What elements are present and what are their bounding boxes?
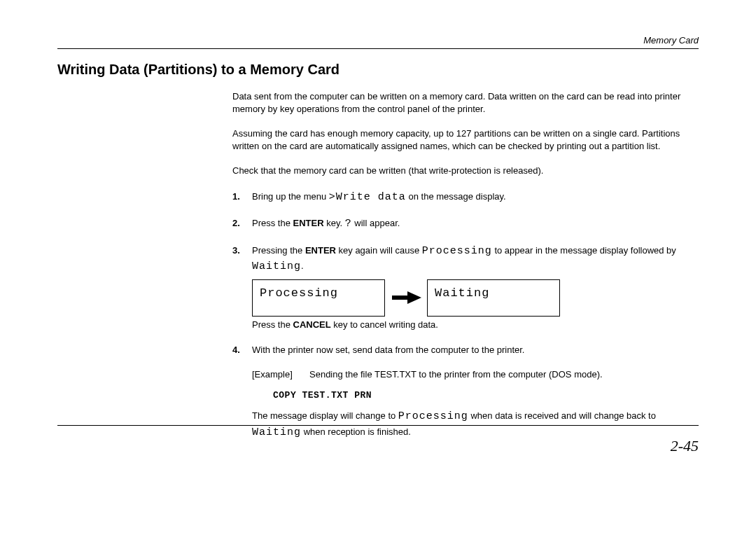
step-body: Press the ENTER key. ? will appear. xyxy=(252,216,699,232)
page-title: Writing Data (Partitions) to a Memory Ca… xyxy=(57,62,699,78)
step-number: 2. xyxy=(232,216,252,232)
arrow-icon xyxy=(385,291,427,304)
step-2: 2. Press the ENTER key. ? will appear. xyxy=(232,216,699,232)
step-text: when data is received and will change ba… xyxy=(468,410,656,421)
lcd-text: Processing xyxy=(398,410,468,422)
lcd-display-box: Waiting xyxy=(427,279,560,317)
body-content: Data sent from the computer can be writt… xyxy=(232,90,699,440)
example-text: Sending the file TEST.TXT to the printer… xyxy=(309,368,603,382)
step-text: Press the xyxy=(252,319,293,330)
step-text: Press the xyxy=(252,218,293,228)
intro-paragraph-3: Check that the memory card can be writte… xyxy=(232,165,699,177)
key-label: ENTER xyxy=(305,245,336,256)
key-label: ENTER xyxy=(293,218,324,228)
step-body: Bring up the menu >Write data on the mes… xyxy=(252,190,699,206)
step-text: to appear in the message display followe… xyxy=(492,245,676,256)
lcd-text: >Write data xyxy=(329,191,406,203)
step-body: Pressing the ENTER key again will cause … xyxy=(252,244,699,332)
lcd-text: Waiting xyxy=(252,426,301,438)
step-text: when reception is finished. xyxy=(301,426,411,437)
intro-paragraph-2: Assuming the card has enough memory capa… xyxy=(232,127,699,152)
key-label: CANCEL xyxy=(293,319,331,330)
step-number: 4. xyxy=(232,343,252,441)
step-number: 3. xyxy=(232,244,252,332)
step-body: With the printer now set, send data from… xyxy=(252,343,699,441)
header-section-label: Memory Card xyxy=(57,35,699,46)
lcd-display-box: Processing xyxy=(252,279,385,317)
command-line: COPY TEST.TXT PRN xyxy=(273,389,699,403)
step-text: . xyxy=(301,260,304,271)
footer-rule xyxy=(57,425,699,426)
lcd-display-row: Processing Waiting xyxy=(252,279,699,317)
step-number: 1. xyxy=(232,190,252,206)
lcd-text: ? xyxy=(345,218,352,230)
lcd-text: Waiting xyxy=(252,260,301,272)
step-text: key again will cause xyxy=(336,245,422,256)
step-text: will appear. xyxy=(352,218,400,228)
steps-list: 1. Bring up the menu >Write data on the … xyxy=(232,190,699,441)
header-rule xyxy=(57,48,699,49)
cancel-note: Press the CANCEL key to cancel writing d… xyxy=(252,318,699,332)
step-text: on the message display. xyxy=(406,191,506,202)
step-text: With the printer now set, send data from… xyxy=(252,343,699,357)
svg-marker-1 xyxy=(407,291,421,304)
document-page: Memory Card Writing Data (Partitions) to… xyxy=(0,0,756,472)
step-text: The message display will change to xyxy=(252,410,398,421)
intro-paragraph-1: Data sent from the computer can be writt… xyxy=(232,90,699,115)
step-1: 1. Bring up the menu >Write data on the … xyxy=(232,190,699,206)
example-row: [Example] Sending the file TEST.TXT to t… xyxy=(252,368,699,382)
step-text: key. xyxy=(324,218,345,228)
step-text: Pressing the xyxy=(252,245,305,256)
example-label: [Example] xyxy=(252,368,309,382)
step-4: 4. With the printer now set, send data f… xyxy=(232,343,699,441)
svg-rect-0 xyxy=(392,296,409,300)
page-number: 2-45 xyxy=(671,437,699,455)
step-text: Bring up the menu xyxy=(252,191,329,202)
lcd-display-text: Processing xyxy=(260,286,338,300)
step-text: key to cancel writing data. xyxy=(331,319,438,330)
lcd-display-text: Waiting xyxy=(435,286,489,300)
step-3: 3. Pressing the ENTER key again will cau… xyxy=(232,244,699,332)
lcd-text: Processing xyxy=(422,245,492,257)
